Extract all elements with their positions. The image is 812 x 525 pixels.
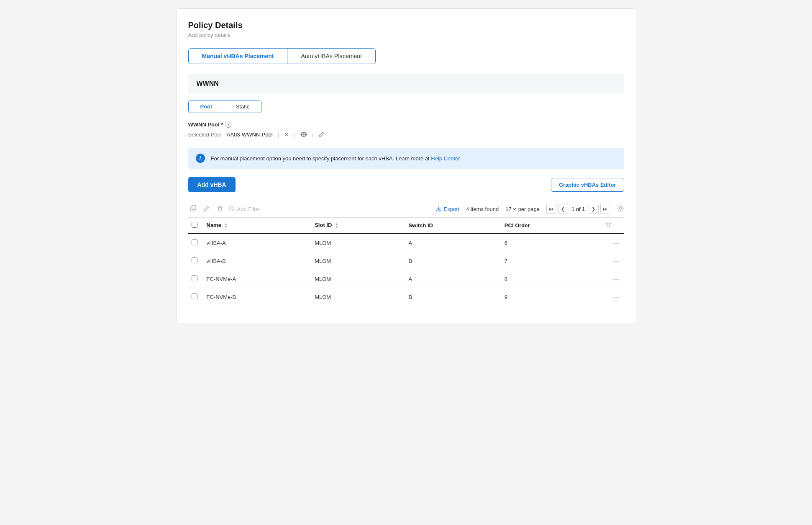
row-slot-id: MLOM [310, 234, 404, 252]
row-switch-id: A [404, 270, 500, 288]
page-subtitle: Add policy details [188, 32, 624, 38]
row-name: vHBA-B [202, 252, 311, 270]
name-sort-icon[interactable]: ▲ ▼ [225, 222, 228, 229]
select-all-header [188, 218, 202, 234]
row-slot-id: MLOM [310, 270, 404, 288]
svg-point-5 [620, 207, 622, 209]
search-icon [229, 206, 235, 213]
info-banner-icon: i [196, 154, 205, 163]
table-row: vHBA-A MLOM A 6 ⋯ [188, 234, 624, 252]
svg-rect-1 [192, 206, 196, 210]
slot-id-sort-icon[interactable]: ▲ ▼ [335, 222, 338, 229]
row-switch-id: B [404, 288, 500, 306]
filter-placeholder: Add Filter [237, 206, 261, 212]
col-switch-id: Switch ID [404, 218, 500, 234]
prev-page-btn[interactable]: ❮ [558, 204, 568, 214]
row-checkbox[interactable] [192, 293, 197, 299]
row-name: FC-NVMe-B [202, 288, 311, 306]
selected-pool-row: Selected Pool AA03-WWNN-Pool | ✕ | | [188, 131, 624, 138]
row-pci-order: 9 [500, 288, 599, 306]
settings-icon[interactable] [617, 205, 624, 214]
wwnn-sub-toggle: Pool Static [188, 100, 262, 113]
per-page-dropdown[interactable]: 17 [505, 206, 516, 212]
page-title: Policy Details [188, 21, 624, 30]
view-pool-icon[interactable] [300, 132, 307, 137]
row-actions-menu[interactable]: ⋯ [599, 288, 624, 306]
page-header: Policy Details Add policy details [188, 21, 624, 38]
row-pci-order: 7 [500, 252, 599, 270]
actions-row: Add vHBA Graphic vHBAs Editor [188, 177, 624, 192]
toolbar-right: Export 4 items found 17 per page ⏮ ❮ 1 o… [436, 204, 624, 214]
pagination-controls: ⏮ ❮ 1 of 1 ❯ ⏭ [546, 204, 610, 214]
col-row-actions-header [599, 218, 624, 234]
help-center-link[interactable]: Help Center [431, 155, 460, 162]
row-switch-id: A [404, 234, 500, 252]
selected-pool-label: Selected Pool [188, 131, 222, 138]
clear-pool-icon[interactable]: ✕ [284, 131, 289, 138]
row-actions-menu[interactable]: ⋯ [599, 252, 624, 270]
row-name: vHBA-A [202, 234, 311, 252]
svg-line-4 [233, 209, 234, 211]
info-icon: i [225, 122, 231, 128]
edit-pool-icon[interactable] [319, 131, 325, 137]
row-actions-menu[interactable]: ⋯ [599, 234, 624, 252]
row-checkbox-cell [188, 252, 202, 270]
table-row: vHBA-B MLOM B 7 ⋯ [188, 252, 624, 270]
row-slot-id: MLOM [310, 252, 404, 270]
selected-pool-value: AA03-WWNN-Pool [227, 131, 273, 138]
info-banner-text: For manual placement option you need to … [211, 155, 460, 162]
add-vhba-button[interactable]: Add vHBA [188, 177, 236, 192]
row-checkbox-cell [188, 270, 202, 288]
delete-icon[interactable] [215, 205, 225, 214]
row-checkbox-cell [188, 288, 202, 306]
wwnn-section: WWNN [188, 74, 624, 93]
col-pci-order: PCI Order [500, 218, 599, 234]
row-checkbox[interactable] [192, 257, 197, 263]
static-toggle-btn[interactable]: Static [224, 100, 261, 113]
items-found: 4 items found [466, 206, 499, 212]
table-row: FC-NVMe-A MLOM A 8 ⋯ [188, 270, 624, 288]
column-filter-icon[interactable] [606, 223, 611, 229]
row-pci-order: 8 [500, 270, 599, 288]
row-checkbox-cell [188, 234, 202, 252]
row-switch-id: B [404, 252, 500, 270]
row-actions-menu[interactable]: ⋯ [599, 270, 624, 288]
col-slot-id: Slot ID ▲ ▼ [310, 218, 404, 234]
placement-toggle: Manual vHBAs Placement Auto vHBAs Placem… [188, 48, 376, 64]
wwnn-title: WWNN [197, 80, 616, 88]
row-checkbox[interactable] [192, 239, 197, 245]
table-row: FC-NVMe-B MLOM B 9 ⋯ [188, 288, 624, 306]
wwnn-pool-field: WWNN Pool * i Selected Pool AA03-WWNN-Po… [188, 121, 624, 138]
select-all-checkbox[interactable] [192, 222, 197, 228]
wwnn-pool-label: WWNN Pool * i [188, 121, 624, 128]
per-page-select: 17 per page [505, 206, 540, 212]
info-banner: i For manual placement option you need t… [188, 148, 624, 169]
row-checkbox[interactable] [192, 275, 197, 281]
filter-input-wrap[interactable]: Add Filter [229, 206, 432, 213]
last-page-btn[interactable]: ⏭ [600, 204, 610, 214]
copy-icon[interactable] [188, 204, 198, 214]
row-slot-id: MLOM [310, 288, 404, 306]
row-pci-order: 6 [500, 234, 599, 252]
policy-details-panel: Policy Details Add policy details Manual… [176, 8, 636, 323]
col-name: Name ▲ ▼ [202, 218, 311, 234]
export-button[interactable]: Export [436, 206, 460, 212]
page-info: 1 of 1 [571, 206, 585, 212]
edit-icon[interactable] [202, 205, 211, 214]
pool-toggle-btn[interactable]: Pool [189, 100, 224, 113]
table-toolbar: Add Filter Export 4 items found 17 per p… [188, 201, 624, 218]
manual-placement-btn[interactable]: Manual vHBAs Placement [189, 49, 287, 64]
next-page-btn[interactable]: ❯ [589, 204, 599, 214]
vhba-table: Name ▲ ▼ Slot ID ▲ ▼ Switch ID [188, 218, 624, 306]
row-name: FC-NVMe-A [202, 270, 311, 288]
auto-placement-btn[interactable]: Auto vHBAs Placement [287, 49, 375, 64]
first-page-btn[interactable]: ⏮ [546, 204, 556, 214]
graphic-editor-button[interactable]: Graphic vHBAs Editor [551, 178, 624, 192]
